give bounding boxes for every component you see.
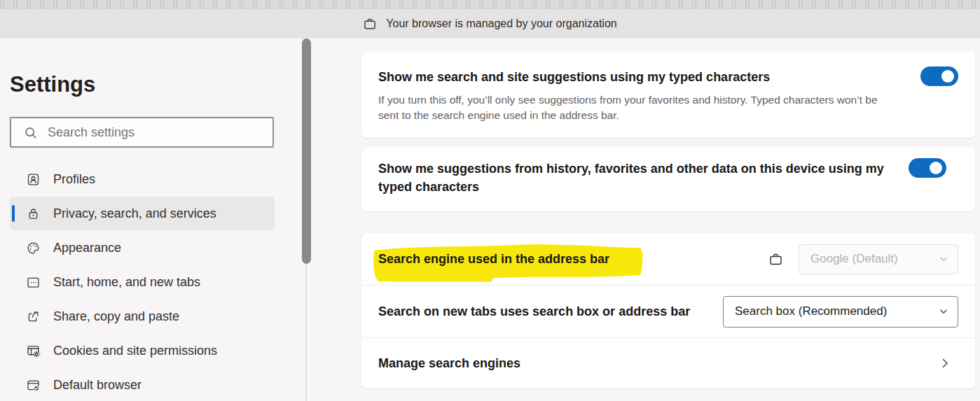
sidebar-item-share-copy-paste[interactable]: Share, copy and paste <box>10 300 275 333</box>
sidebar-item-privacy-search-services[interactable]: Privacy, search, and services <box>10 197 275 230</box>
row-title: Search on new tabs uses search box or ad… <box>378 302 690 321</box>
main-content: Show me search and site suggestions usin… <box>320 38 980 401</box>
search-settings-box[interactable] <box>10 117 274 148</box>
new-tabs-search-dropdown[interactable]: Search box (Recommended) <box>723 296 958 328</box>
search-settings-input[interactable] <box>48 125 265 140</box>
sidebar-item-start-home-new-tabs[interactable]: Start, home, and new tabs <box>10 265 275 299</box>
sidebar-item-appearance[interactable]: Appearance <box>10 231 275 265</box>
browser-window-icon <box>26 275 41 290</box>
row-title: Show me suggestions from history, favori… <box>378 160 895 196</box>
banner-text: Your browser is managed by your organiza… <box>386 17 616 30</box>
sidebar-item-profiles[interactable]: Profiles <box>10 162 275 196</box>
page-title: Settings <box>10 72 320 97</box>
sidebar-item-default-browser[interactable]: Default browser <box>10 368 275 401</box>
row-title: Search engine used in the address bar <box>378 250 609 268</box>
sidebar-item-label: Profiles <box>53 172 95 187</box>
row-title: Manage search engines <box>378 354 520 372</box>
row-description: If you turn this off, you’ll only see su… <box>378 92 890 123</box>
sidebar-nav: Profiles Privacy, search, and services <box>10 162 320 401</box>
search-engine-card: Search engine used in the address bar Go… <box>361 233 975 388</box>
sidebar-item-label: Default browser <box>53 378 142 393</box>
device-suggestions-toggle[interactable] <box>909 158 946 178</box>
briefcase-icon <box>768 252 783 267</box>
sidebar-item-label: Start, home, and new tabs <box>53 275 200 290</box>
device-suggestions-card: Show me suggestions from history, favori… <box>361 147 975 211</box>
new-tabs-search-row: Search on new tabs uses search box or ad… <box>361 285 975 337</box>
person-badge-icon <box>26 172 41 187</box>
lock-icon <box>26 206 41 221</box>
search-suggestions-card: Show me search and site suggestions usin… <box>361 51 975 138</box>
toggle-knob <box>930 162 942 174</box>
chevron-down-icon <box>938 306 949 317</box>
share-icon <box>26 309 41 324</box>
search-engine-row: Search engine used in the address bar Go… <box>361 233 975 285</box>
sidebar-item-label: Cookies and site permissions <box>53 344 217 358</box>
managed-banner: Your browser is managed by your organiza… <box>0 9 980 38</box>
toggle-knob <box>941 70 954 83</box>
search-engine-dropdown: Google (Default) <box>799 244 958 274</box>
search-suggestions-toggle[interactable] <box>920 66 958 86</box>
chevron-down-icon <box>938 253 949 265</box>
manage-search-engines-row[interactable]: Manage search engines <box>361 337 975 388</box>
window-gear-icon <box>26 344 41 358</box>
chevron-right-icon <box>938 356 952 370</box>
sidebar-scrollbar-thumb[interactable] <box>302 38 311 264</box>
dropdown-value: Google (Default) <box>810 252 898 266</box>
sidebar-item-label: Share, copy and paste <box>53 309 179 324</box>
sidebar-item-label: Privacy, search, and services <box>53 206 216 221</box>
tabstrip-remnant <box>0 0 980 9</box>
sidebar-item-label: Appearance <box>53 241 121 255</box>
window-check-icon <box>26 378 41 393</box>
row-title: Show me search and site suggestions usin… <box>378 68 906 86</box>
briefcase-icon <box>363 17 377 31</box>
sidebar-item-cookies-site-permissions[interactable]: Cookies and site permissions <box>10 334 275 367</box>
palette-icon <box>26 241 41 255</box>
settings-sidebar: Settings Profiles <box>0 38 320 401</box>
search-icon <box>23 125 38 140</box>
dropdown-value: Search box (Recommended) <box>735 304 887 318</box>
